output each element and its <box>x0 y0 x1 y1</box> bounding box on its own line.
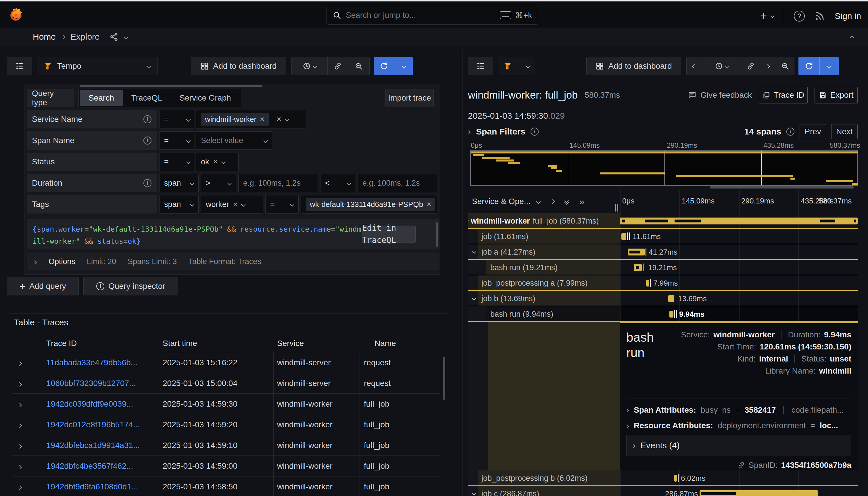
span-bar[interactable] <box>668 295 674 302</box>
clear-icon[interactable]: × <box>213 158 218 166</box>
table-row[interactable]: 1942dc012e8f196b5174... 2025-01-03 14:59… <box>12 414 439 435</box>
shift-time-forward-button[interactable] <box>760 57 777 75</box>
table-row[interactable]: 1942dbfebca1d9914a31... 2025-01-03 14:59… <box>12 435 439 456</box>
row-expand-icon[interactable] <box>12 400 46 409</box>
table-row[interactable]: 1942dbf9d9fa6108d0d1... 2025-01-03 14:58… <box>12 477 439 496</box>
query-type-tab[interactable]: Service Graph <box>171 90 240 106</box>
collapse-one-icon[interactable] <box>551 199 555 204</box>
time-picker-button[interactable] <box>702 57 742 75</box>
events-section[interactable]: › Events (4) <box>626 435 851 456</box>
span-name-value[interactable]: Select value <box>196 131 272 150</box>
row-expand-icon[interactable] <box>12 420 46 429</box>
span-name-cell[interactable]: bash run (19.21ms) <box>468 260 620 275</box>
span-bar[interactable] <box>621 233 626 240</box>
refresh-interval-dropdown[interactable] <box>820 57 839 75</box>
expand-all-icon[interactable] <box>565 199 568 204</box>
zoom-out-button[interactable] <box>348 57 369 75</box>
horizontal-scrollbar[interactable] <box>710 186 854 188</box>
table-row[interactable]: 1942dc039dfdf9e0039... 2025-01-03 14:59:… <box>12 394 439 414</box>
remove-value-icon[interactable]: × <box>427 200 431 208</box>
status-value[interactable]: ok× <box>196 153 238 171</box>
query-outline-button[interactable] <box>7 57 32 75</box>
add-to-dashboard-button[interactable]: Add to dashboard <box>191 57 286 75</box>
col-name[interactable]: Name <box>359 339 431 348</box>
remove-value-icon[interactable]: × <box>260 115 264 123</box>
span-row[interactable]: windmill-worker full_job (580.37ms) <box>468 213 858 229</box>
span-row[interactable]: job_postprocessing a (7.99ms) 7.99ms <box>468 275 858 291</box>
info-icon[interactable]: i <box>143 179 152 187</box>
link-split-button[interactable] <box>742 57 760 75</box>
span-name-cell[interactable]: windmill-worker full_job (580.37ms) <box>468 213 620 229</box>
operator-select[interactable]: = <box>159 110 195 128</box>
refresh-interval-dropdown[interactable] <box>394 57 413 75</box>
span-name-cell[interactable]: bash run (9.94ms) <box>468 306 620 322</box>
trace-id-link[interactable]: 1942dc012e8f196b5174... <box>46 420 158 429</box>
service-name-value[interactable]: windmill-worker× × <box>196 110 306 128</box>
tag-scope-select[interactable]: span <box>159 195 199 214</box>
query-inspector-button[interactable]: iQuery inspector <box>83 277 178 295</box>
span-track[interactable]: 19.21ms <box>620 260 858 275</box>
span-row[interactable]: job a (41.27ms) 41.27ms <box>468 244 858 260</box>
news-rss-icon[interactable] <box>815 11 825 21</box>
trace-id-link[interactable]: 1060bbf732309b12707... <box>46 379 158 388</box>
info-icon[interactable]: i <box>786 128 794 136</box>
value-pill[interactable]: windmill-worker× <box>201 113 269 126</box>
query-type-tab[interactable]: Search <box>80 90 123 106</box>
info-icon[interactable]: i <box>530 128 539 136</box>
trace-outline-button[interactable] <box>468 57 493 75</box>
info-icon[interactable]: i <box>143 115 152 123</box>
span-track[interactable]: 41.27ms <box>620 244 858 260</box>
vertical-scrollbar[interactable] <box>443 357 445 400</box>
chevron-down-icon[interactable] <box>124 34 128 39</box>
shift-time-back-button[interactable] <box>687 57 702 75</box>
span-bar[interactable] <box>669 311 673 317</box>
table-row[interactable]: 1942dbfc4be3567f462... 2025-01-03 14:59:… <box>12 456 439 477</box>
col-service[interactable]: Service <box>273 339 359 348</box>
column-selector[interactable]: Service & Ope... <box>472 197 530 206</box>
trace-id-link[interactable]: 1942dbf9d9fa6108d0d1... <box>46 482 158 492</box>
help-icon[interactable]: ? <box>794 11 805 21</box>
trace-id-link[interactable]: 1942dbfebca1d9914a31... <box>46 441 158 450</box>
column-resize-handle[interactable] <box>615 204 618 212</box>
trace-id-link[interactable]: 1942dc039dfdf9e0039... <box>46 400 158 409</box>
expand-caret-icon[interactable] <box>472 249 477 254</box>
span-name-cell[interactable]: job b (13.69ms) <box>468 291 620 306</box>
search-input[interactable] <box>345 10 496 20</box>
time-picker-button[interactable] <box>292 57 328 75</box>
tag-key-select[interactable]: worker× <box>201 195 263 214</box>
resource-attributes-row[interactable]: › Resource Attributes: deployment.enviro… <box>626 421 838 430</box>
span-track[interactable] <box>620 213 858 229</box>
span-name-cell[interactable]: job c (286.87ms) <box>468 486 620 496</box>
options-row[interactable]: › Options Limit: 20 Spans Limit: 3 Table… <box>27 252 439 270</box>
table-row[interactable]: 1060bbf732309b12707... 2025-01-03 15:00:… <box>12 373 439 394</box>
grafana-logo-icon[interactable] <box>7 7 24 24</box>
duration-gt-select[interactable]: > <box>201 174 236 192</box>
span-track[interactable]: 286.87ms <box>620 486 858 496</box>
export-button[interactable]: Export <box>815 87 858 104</box>
span-row[interactable]: job c (286.87ms) 286.87ms <box>468 486 858 496</box>
trace-id-button[interactable]: Trace ID <box>759 87 808 104</box>
datasource-picker[interactable]: Tempo <box>37 57 157 75</box>
span-filters-title[interactable]: Span Filters <box>476 127 525 137</box>
span-row[interactable]: bash run (9.94ms) 9.94ms <box>468 306 858 322</box>
value-pill[interactable]: wk-default-133114d6a91e-PSPQb× <box>306 198 435 211</box>
span-row[interactable]: job (11.61ms) 11.61ms <box>468 229 858 244</box>
span-row[interactable]: job b (13.69ms) 13.69ms <box>468 291 858 306</box>
expand-caret-icon[interactable] <box>472 491 477 495</box>
trace-minimap[interactable] <box>470 150 858 186</box>
span-track[interactable]: 6.02ms <box>620 470 858 486</box>
span-row[interactable]: bash run (19.21ms) 19.21ms <box>468 260 858 275</box>
link-icon[interactable] <box>738 462 745 469</box>
run-query-split-button[interactable] <box>374 57 413 75</box>
link-split-button[interactable] <box>328 57 348 75</box>
trace-id-link[interactable]: 1942dbfc4be3567f462... <box>46 462 158 471</box>
duration-scope-select[interactable]: span <box>159 174 199 192</box>
tag-operator-select[interactable]: = <box>265 195 299 214</box>
clear-icon[interactable]: × <box>233 200 238 208</box>
col-start-time[interactable]: Start time <box>158 339 273 348</box>
next-button[interactable]: Next <box>831 124 858 139</box>
span-row[interactable]: job_postprocessing b (6.02ms) 6.02ms <box>468 470 858 486</box>
span-name-cell[interactable]: job_postprocessing b (6.02ms) <box>468 470 620 486</box>
duration-lt-select[interactable]: < <box>320 174 355 192</box>
duration-min-input[interactable]: e.g. 100ms, 1.2s <box>238 174 318 192</box>
